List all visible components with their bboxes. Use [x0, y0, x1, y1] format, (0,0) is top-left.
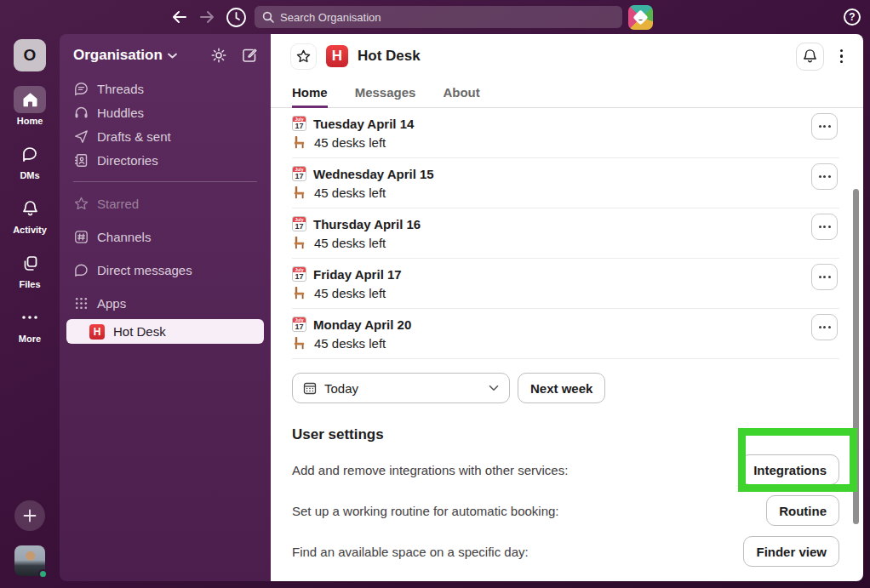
finder-view-button[interactable]: Finder view	[743, 536, 839, 567]
desks-left-text: 45 desks left	[314, 135, 386, 150]
sidebar-item-directories[interactable]: Directories	[60, 148, 271, 172]
rail-item-dms[interactable]: DMs	[14, 140, 46, 180]
chevron-down-icon[interactable]	[168, 53, 177, 59]
row-options-button[interactable]	[811, 314, 838, 340]
user-avatar[interactable]	[14, 545, 45, 576]
desk-day-row[interactable]: July17 Tuesday April 14 45 desks left	[292, 108, 839, 158]
sidebar-item-huddles[interactable]: Huddles	[60, 100, 271, 124]
rail-item-more[interactable]: More	[14, 304, 46, 344]
compose-icon[interactable]	[242, 48, 257, 63]
sidebar-item-label: Starred	[97, 197, 139, 211]
presence-indicator	[38, 569, 48, 579]
sidebar-item-direct-messages[interactable]: Direct messages	[60, 258, 271, 282]
desk-day-row[interactable]: July17 Friday April 17 45 desks left	[292, 259, 839, 309]
date-filter-dropdown[interactable]: Today	[292, 373, 510, 403]
main-content: H Hot Desk Home Messages About July17 Tu…	[271, 34, 863, 581]
workspace-switcher[interactable]: O	[14, 39, 46, 71]
rail-item-home[interactable]: Home	[14, 86, 46, 126]
chair-emoji	[292, 134, 306, 150]
date-filter-value: Today	[324, 381, 358, 396]
favorite-star-button[interactable]	[290, 43, 317, 70]
rail-label: Files	[19, 279, 40, 289]
workspace-avatar[interactable]	[628, 5, 653, 30]
setting-row-routine: Set up a working routine for automatic b…	[292, 495, 839, 526]
desk-day-title: Friday April 17	[313, 267, 402, 282]
apps-grid-icon	[73, 297, 89, 310]
desk-day-title: Thursday April 16	[313, 217, 421, 231]
rail-label: Home	[17, 116, 43, 126]
desk-day-title: Wednesday April 15	[313, 167, 434, 181]
threads-icon	[73, 82, 89, 96]
workspace-name[interactable]: Organisation	[73, 47, 163, 64]
dms-icon[interactable]	[14, 140, 46, 168]
back-arrow-icon[interactable]	[170, 8, 189, 26]
tab-bar: Home Messages About	[271, 78, 863, 108]
desks-left-text: 45 desks left	[314, 336, 386, 351]
sidebar-item-drafts[interactable]: Drafts & sent	[60, 124, 271, 148]
sidebar-item-apps[interactable]: Apps	[60, 291, 271, 315]
search-bar[interactable]	[255, 6, 622, 28]
add-button[interactable]	[14, 500, 45, 531]
rail-item-files[interactable]: Files	[14, 249, 46, 289]
sidebar-item-label: Threads	[97, 82, 144, 96]
setting-description: Set up a working routine for automatic b…	[292, 504, 559, 518]
activity-bell-icon[interactable]	[14, 195, 46, 222]
desk-day-row[interactable]: July17 Thursday April 16 45 desks left	[292, 208, 839, 259]
more-icon[interactable]	[14, 304, 46, 331]
forward-arrow-icon[interactable]	[197, 8, 216, 26]
next-week-button[interactable]: Next week	[518, 373, 605, 403]
sidebar-item-starred[interactable]: Starred	[60, 191, 271, 215]
rail-item-activity[interactable]: Activity	[13, 195, 47, 235]
sidebar-header: Organisation	[60, 34, 271, 77]
sidebar-item-threads[interactable]: Threads	[60, 77, 271, 100]
routine-button[interactable]: Routine	[766, 495, 839, 526]
kebab-menu-icon[interactable]	[837, 46, 847, 67]
dm-bubble-icon	[73, 263, 89, 277]
sidebar-item-label: Direct messages	[97, 263, 192, 277]
left-rail: O Home DMs Activity Files More	[0, 34, 60, 588]
calendar-outline-icon	[303, 381, 317, 395]
sidebar: Organisation Threads Hudd	[60, 34, 271, 581]
chair-emoji	[292, 185, 306, 200]
row-options-button[interactable]	[811, 214, 838, 240]
desk-list: July17 Tuesday April 14 45 desks left Ju…	[271, 108, 863, 581]
rail-label: Activity	[13, 225, 47, 235]
home-icon[interactable]	[14, 86, 46, 113]
help-icon[interactable]: ?	[844, 9, 861, 26]
tab-about[interactable]: About	[443, 78, 479, 108]
desk-day-title: Tuesday April 14	[313, 117, 414, 131]
sidebar-item-hot-desk[interactable]: H Hot Desk	[66, 319, 264, 344]
chair-emoji	[292, 285, 306, 300]
huddles-icon	[73, 106, 89, 119]
setting-row-finder: Find an available space on a specific da…	[292, 536, 839, 567]
history-icon[interactable]	[225, 6, 248, 29]
search-icon	[262, 11, 274, 23]
desk-day-title: Monday April 20	[313, 317, 411, 332]
row-options-button[interactable]	[811, 163, 838, 190]
sidebar-item-label: Directories	[97, 153, 158, 168]
workspace-panel: Organisation Threads Hudd	[60, 34, 863, 581]
desk-day-row[interactable]: July17 Monday April 20 45 desks left	[292, 309, 839, 359]
star-icon	[73, 197, 89, 210]
files-icon[interactable]	[14, 249, 46, 277]
calendar-emoji: July17	[292, 266, 306, 282]
app-header: H Hot Desk	[271, 34, 863, 78]
row-options-button[interactable]	[811, 264, 838, 290]
row-options-button[interactable]	[811, 113, 838, 140]
search-input[interactable]	[280, 11, 615, 24]
calendar-emoji: July17	[292, 116, 306, 131]
gear-icon[interactable]	[211, 48, 226, 63]
sidebar-divider	[73, 181, 257, 182]
desk-day-row[interactable]: July17 Wednesday April 15 45 desks left	[292, 158, 839, 208]
tab-home[interactable]: Home	[292, 78, 328, 108]
sidebar-item-label: Channels	[97, 230, 151, 244]
calendar-emoji: July17	[292, 216, 306, 231]
setting-description: Add and remove integrations with other s…	[292, 463, 568, 477]
notifications-bell-button[interactable]	[796, 43, 824, 71]
top-bar: ?	[0, 0, 870, 34]
address-book-icon	[73, 153, 89, 168]
chair-emoji	[292, 335, 306, 351]
sidebar-item-channels[interactable]: Channels	[60, 225, 271, 248]
setting-description: Find an available space on a specific da…	[292, 545, 529, 559]
tab-messages[interactable]: Messages	[355, 78, 416, 108]
